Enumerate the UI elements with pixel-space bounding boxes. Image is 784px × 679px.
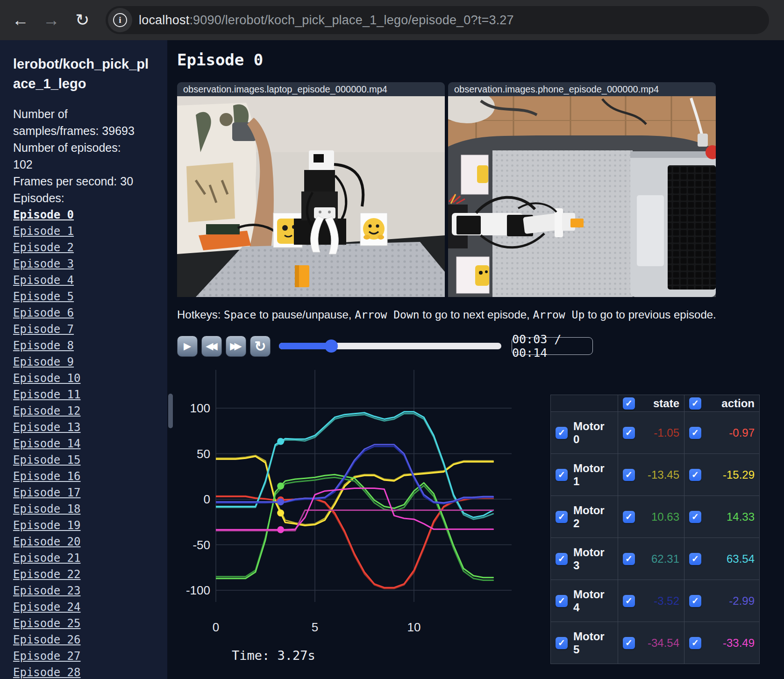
chart-line <box>216 446 493 504</box>
seek-slider[interactable] <box>279 343 501 349</box>
episode-link-27[interactable]: Episode 27 <box>13 650 81 663</box>
motors-chart[interactable]: 100500-50-1000510 <box>177 367 532 649</box>
y-tick-label: -100 <box>186 583 210 597</box>
checkbox-icon[interactable]: ✓ <box>556 469 568 481</box>
episode-link-14[interactable]: Episode 14 <box>13 437 81 450</box>
back-icon[interactable]: ← <box>10 10 31 30</box>
forward-icon[interactable]: → <box>41 10 62 30</box>
chart-line <box>216 510 493 530</box>
episode-link-9[interactable]: Episode 9 <box>13 355 74 368</box>
checkbox-icon[interactable]: ✓ <box>623 595 635 607</box>
video-phone[interactable] <box>448 96 716 297</box>
episode-link-10[interactable]: Episode 10 <box>13 372 81 385</box>
episode-list-item: Episode 23 <box>13 583 167 600</box>
motor-action-value: 63.54 <box>701 552 755 566</box>
motors-table: ✓state✓action ✓Motor 0✓-1.05✓-0.97✓Motor… <box>550 395 760 664</box>
motors-table-body: ✓Motor 0✓-1.05✓-0.97✓Motor 1✓-13.45✓-15.… <box>551 412 760 664</box>
episode-link-26[interactable]: Episode 26 <box>13 633 81 646</box>
episode-link-17[interactable]: Episode 17 <box>13 486 81 499</box>
checkbox-icon[interactable]: ✓ <box>623 553 635 565</box>
scrollbar-thumb[interactable] <box>168 394 173 428</box>
episode-link-21[interactable]: Episode 21 <box>13 552 81 565</box>
checkbox-icon[interactable]: ✓ <box>556 427 568 439</box>
table-row: ✓Motor 0✓-1.05✓-0.97 <box>551 412 760 454</box>
episode-link-12[interactable]: Episode 12 <box>13 404 81 417</box>
checkbox-icon[interactable]: ✓ <box>556 595 568 607</box>
x-tick-label: 0 <box>213 620 219 634</box>
episode-link-23[interactable]: Episode 23 <box>13 584 81 597</box>
seek-slider-thumb[interactable] <box>325 340 338 353</box>
checkbox-icon[interactable]: ✓ <box>689 469 701 481</box>
video-laptop[interactable] <box>177 96 445 297</box>
reload-icon[interactable]: ↻ <box>72 10 93 30</box>
fast-forward-button[interactable]: ▶▶ <box>226 336 246 357</box>
episode-link-5[interactable]: Episode 5 <box>13 290 74 303</box>
episode-link-19[interactable]: Episode 19 <box>13 519 81 532</box>
hotkey-arrow-down: Arrow Down <box>355 309 419 321</box>
episode-link-16[interactable]: Episode 16 <box>13 470 81 483</box>
episode-link-4[interactable]: Episode 4 <box>13 274 74 287</box>
checkbox-icon[interactable]: ✓ <box>689 553 701 565</box>
checkbox-icon[interactable]: ✓ <box>623 397 635 410</box>
episode-link-25[interactable]: Episode 25 <box>13 617 81 630</box>
checkbox-icon[interactable]: ✓ <box>556 637 568 649</box>
episode-list-item: Episode 19 <box>13 518 167 534</box>
hotkey-space: Space <box>224 309 256 321</box>
y-tick-label: 50 <box>197 447 210 461</box>
episode-link-2[interactable]: Episode 2 <box>13 241 74 254</box>
checkbox-icon[interactable]: ✓ <box>623 427 635 439</box>
episode-list-item: Episode 16 <box>13 469 167 485</box>
episode-link-24[interactable]: Episode 24 <box>13 601 81 614</box>
motor-state-value: 62.31 <box>635 552 679 566</box>
episode-list-item: Episode 26 <box>13 632 167 649</box>
loop-icon: ↻ <box>254 338 266 354</box>
video-label-phone: observation.images.phone_episode_000000.… <box>448 82 716 96</box>
checkbox-icon[interactable]: ✓ <box>689 637 701 649</box>
table-row: ✓Motor 1✓-13.45✓-15.29 <box>551 454 760 496</box>
table-row: ✓Motor 4✓-3.52✓-2.99 <box>551 580 760 622</box>
site-info-button[interactable]: i <box>108 8 132 32</box>
motor-name: Motor 3 <box>573 546 613 572</box>
video-card-phone: observation.images.phone_episode_000000.… <box>448 82 716 297</box>
episode-list-item: Episode 18 <box>13 502 167 518</box>
episode-link-18[interactable]: Episode 18 <box>13 502 81 516</box>
episode-link-20[interactable]: Episode 20 <box>13 535 81 548</box>
checkbox-icon[interactable]: ✓ <box>689 397 701 410</box>
episode-link-8[interactable]: Episode 8 <box>13 339 74 352</box>
episode-link-0[interactable]: Episode 0 <box>13 208 74 221</box>
dataset-info: Number of samples/frames: 39693 Number o… <box>13 106 141 206</box>
checkbox-icon[interactable]: ✓ <box>689 511 701 523</box>
checkbox-icon[interactable]: ✓ <box>556 553 568 565</box>
episode-list-item: Episode 5 <box>13 289 167 305</box>
episode-link-22[interactable]: Episode 22 <box>13 568 81 581</box>
episodes-count: Number of episodes: 102 <box>13 139 141 173</box>
table-row: ✓Motor 2✓10.63✓14.33 <box>551 496 760 538</box>
motors-table-header: ✓state✓action <box>551 395 760 412</box>
loop-button[interactable]: ↻ <box>250 336 271 357</box>
episode-link-13[interactable]: Episode 13 <box>13 421 81 434</box>
play-button[interactable]: ▶ <box>177 336 198 357</box>
y-tick-label: 0 <box>204 492 210 506</box>
episode-list-item: Episode 15 <box>13 453 167 469</box>
rewind-button[interactable]: ◀◀ <box>201 336 222 357</box>
checkbox-icon[interactable]: ✓ <box>623 469 635 481</box>
checkbox-icon[interactable]: ✓ <box>556 511 568 523</box>
episode-link-7[interactable]: Episode 7 <box>13 323 74 336</box>
player-controls: ▶ ◀◀ ▶▶ ↻ 00:03 / 00:14 <box>177 335 593 357</box>
episode-link-11[interactable]: Episode 11 <box>13 388 81 401</box>
episode-list-item: Episode 21 <box>13 551 167 567</box>
url-host: localhost <box>139 13 189 27</box>
episode-link-6[interactable]: Episode 6 <box>13 306 74 319</box>
episode-link-15[interactable]: Episode 15 <box>13 453 81 467</box>
address-bar[interactable]: i localhost:9090/lerobot/koch_pick_place… <box>106 6 769 34</box>
episode-list-item: Episode 27 <box>13 649 167 665</box>
episode-link-28[interactable]: Episode 28 <box>13 666 81 679</box>
checkbox-icon[interactable]: ✓ <box>623 637 635 649</box>
checkbox-icon[interactable]: ✓ <box>689 427 701 439</box>
episode-link-1[interactable]: Episode 1 <box>13 225 74 238</box>
checkbox-icon[interactable]: ✓ <box>623 511 635 523</box>
episode-list-item: Episode 24 <box>13 600 167 616</box>
checkbox-icon[interactable]: ✓ <box>689 595 701 607</box>
episode-link-3[interactable]: Episode 3 <box>13 257 74 270</box>
episode-list: Episode 0Episode 1Episode 2Episode 3Epis… <box>13 207 167 679</box>
